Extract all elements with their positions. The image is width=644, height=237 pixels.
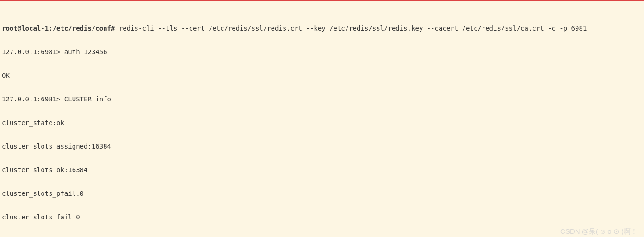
cluster-info-line: cluster_slots_pfail:0 [2,190,642,198]
auth-response: OK [2,72,642,80]
window-top-border [0,0,644,1]
cluster-info-line: cluster_slots_fail:0 [2,213,642,221]
watermark-text: CSDN @呆( ⊙ o ⊙ )啊！ [560,227,638,235]
cluster-info-line: cluster_slots_ok:16384 [2,166,642,174]
redis-prompt: 127.0.0.1:6981> [2,48,64,56]
cluster-info-line: cluster_state:ok [2,119,642,127]
terminal-window[interactable]: root@local-1:/etc/redis/conf# redis-cli … [0,0,644,237]
auth-command: auth 123456 [64,48,107,56]
shell-prompt: root@local-1:/etc/redis/conf# [2,25,119,32]
shell-command: redis-cli --tls --cert /etc/redis/ssl/re… [119,25,587,32]
redis-prompt: 127.0.0.1:6981> [2,95,64,103]
cluster-info-command: CLUSTER info [64,95,111,103]
cluster-info-line: cluster_slots_assigned:16384 [2,143,642,150]
